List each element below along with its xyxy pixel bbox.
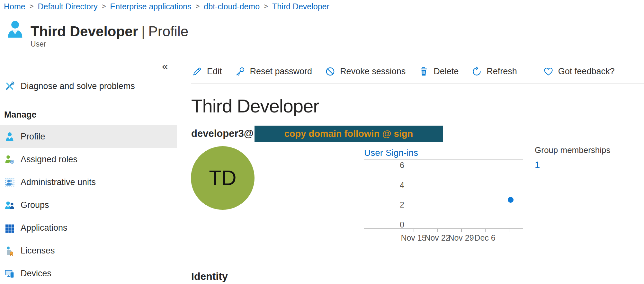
diagnose-icon bbox=[4, 81, 15, 91]
sidebar-item-label: Licenses bbox=[21, 246, 55, 256]
toolbar-divider bbox=[530, 66, 530, 77]
breadcrumb-separator: > bbox=[30, 2, 34, 11]
x-axis-tick-mark bbox=[437, 229, 438, 232]
toolbar-button-label: Refresh bbox=[487, 67, 517, 76]
content-divider bbox=[191, 262, 644, 262]
sidebar-item-label: Devices bbox=[21, 269, 51, 279]
groups-icon bbox=[4, 200, 15, 210]
breadcrumb-link-third-developer[interactable]: Third Developer bbox=[272, 2, 329, 11]
page-title-section: Profile bbox=[148, 23, 188, 39]
chart-x-axis bbox=[364, 228, 523, 229]
edit-button[interactable]: Edit bbox=[192, 66, 222, 77]
devices-icon bbox=[4, 269, 15, 279]
user-principal-name-row: developer3@ copy domain followin @ sign bbox=[191, 125, 443, 142]
sidebar-item-label: Diagnose and solve problems bbox=[21, 81, 135, 91]
toolbar-button-label: Edit bbox=[207, 67, 222, 76]
licenses-icon bbox=[4, 246, 15, 256]
x-axis-tick-mark bbox=[509, 229, 509, 232]
y-axis-tick-label: 6 bbox=[392, 161, 412, 170]
breadcrumb-link-enterprise-applications[interactable]: Enterprise applications bbox=[110, 2, 192, 11]
sidebar-item-profile[interactable]: Profile bbox=[0, 125, 177, 148]
delete-button[interactable]: Delete bbox=[418, 66, 459, 77]
page-title-name: Third Developer bbox=[31, 23, 138, 39]
email-prefix: developer3@ bbox=[191, 128, 254, 139]
redaction-label: copy domain followin @ sign bbox=[284, 129, 413, 139]
y-axis-tick-label: 2 bbox=[392, 200, 412, 209]
y-axis-tick-label: 0 bbox=[392, 220, 412, 229]
sidebar-section-manage: Manage bbox=[4, 110, 37, 120]
x-axis-tick-label: Dec 6 bbox=[469, 233, 501, 243]
breadcrumb: Home>Default Directory>Enterprise applic… bbox=[4, 2, 329, 11]
y-axis-tick-label: 4 bbox=[392, 181, 412, 190]
x-axis-tick-mark bbox=[461, 229, 462, 232]
got-feedback-button[interactable]: Got feedback? bbox=[543, 66, 615, 77]
breadcrumb-separator: > bbox=[196, 2, 200, 11]
breadcrumb-link-default-directory[interactable]: Default Directory bbox=[38, 2, 98, 11]
user-display-name: Third Developer bbox=[191, 95, 319, 117]
breadcrumb-separator: > bbox=[102, 2, 106, 11]
refresh-icon bbox=[471, 66, 482, 77]
revoke-sessions-button[interactable]: Revoke sessions bbox=[325, 66, 406, 77]
signin-chart: User Sign-ins 6420Nov 15Nov 22Nov 29Dec … bbox=[364, 148, 523, 249]
toolbar-button-label: Reset password bbox=[250, 67, 312, 76]
user-sign-ins-link[interactable]: User Sign-ins bbox=[364, 148, 418, 158]
sidebar-item-devices[interactable]: Devices bbox=[0, 262, 177, 284]
page-title: Third Developer|Profile bbox=[31, 23, 188, 40]
trash-icon bbox=[418, 66, 429, 77]
group-memberships-count-link[interactable]: 1 bbox=[535, 160, 540, 170]
sidebar-item-applications[interactable]: Applications bbox=[0, 217, 177, 239]
x-axis-tick-mark bbox=[485, 229, 486, 232]
toolbar-button-label: Got feedback? bbox=[558, 67, 615, 76]
heart-icon bbox=[543, 66, 554, 77]
azure-portal-page: Home>Default Directory>Enterprise applic… bbox=[0, 0, 644, 284]
sidebar-section-divider bbox=[3, 124, 163, 124]
redaction-overlay: copy domain followin @ sign bbox=[255, 126, 443, 142]
applications-icon bbox=[4, 223, 15, 233]
pencil-icon bbox=[192, 66, 202, 77]
sidebar-item-licenses[interactable]: Licenses bbox=[0, 239, 177, 262]
group-memberships-block: Group memberships 1 bbox=[535, 145, 611, 170]
reset-password-button[interactable]: Reset password bbox=[235, 66, 312, 77]
group-memberships-label: Group memberships bbox=[535, 145, 611, 155]
key-icon bbox=[235, 66, 246, 77]
sidebar-item-label: Groups bbox=[21, 200, 49, 210]
profile-icon bbox=[4, 132, 15, 142]
page-title-separator: | bbox=[141, 23, 145, 39]
refresh-button[interactable]: Refresh bbox=[471, 66, 517, 77]
signin-data-point bbox=[508, 197, 514, 203]
avatar-initials: TD bbox=[209, 166, 236, 190]
breadcrumb-link-dbt-cloud-demo[interactable]: dbt-cloud-demo bbox=[204, 2, 260, 11]
sidebar-item-label: Assigned roles bbox=[21, 155, 77, 164]
assigned-roles-icon bbox=[4, 155, 15, 165]
toolbar-button-label: Revoke sessions bbox=[340, 67, 406, 76]
sidebar-item-assigned-roles[interactable]: Assigned roles bbox=[0, 148, 177, 171]
sidebar-item-label: Applications bbox=[21, 223, 67, 233]
sidebar-item-groups[interactable]: Groups bbox=[0, 194, 177, 217]
avatar: TD bbox=[191, 146, 255, 210]
page-subtitle: User bbox=[31, 40, 46, 49]
user-avatar-icon bbox=[5, 17, 25, 42]
breadcrumb-link-home[interactable]: Home bbox=[4, 2, 25, 11]
sidebar-item-label: Profile bbox=[21, 132, 45, 142]
sidebar-item-diagnose-and-solve-problems[interactable]: Diagnose and solve problems bbox=[0, 77, 177, 95]
toolbar-button-label: Delete bbox=[434, 67, 459, 76]
breadcrumb-separator: > bbox=[264, 2, 268, 11]
x-axis-tick-mark bbox=[414, 229, 414, 232]
command-bar-divider bbox=[191, 84, 644, 84]
admin-units-icon bbox=[4, 177, 15, 188]
identity-section-heading: Identity bbox=[191, 271, 228, 282]
command-bar: EditReset passwordRevoke sessionsDeleteR… bbox=[192, 63, 627, 80]
sidebar-item-administrative-units[interactable]: Administrative units bbox=[0, 171, 177, 194]
sidebar-collapse-button[interactable]: « bbox=[159, 59, 171, 73]
block-icon bbox=[325, 66, 335, 77]
chart-title-divider bbox=[364, 159, 523, 160]
sidebar-item-label: Administrative units bbox=[21, 177, 96, 187]
